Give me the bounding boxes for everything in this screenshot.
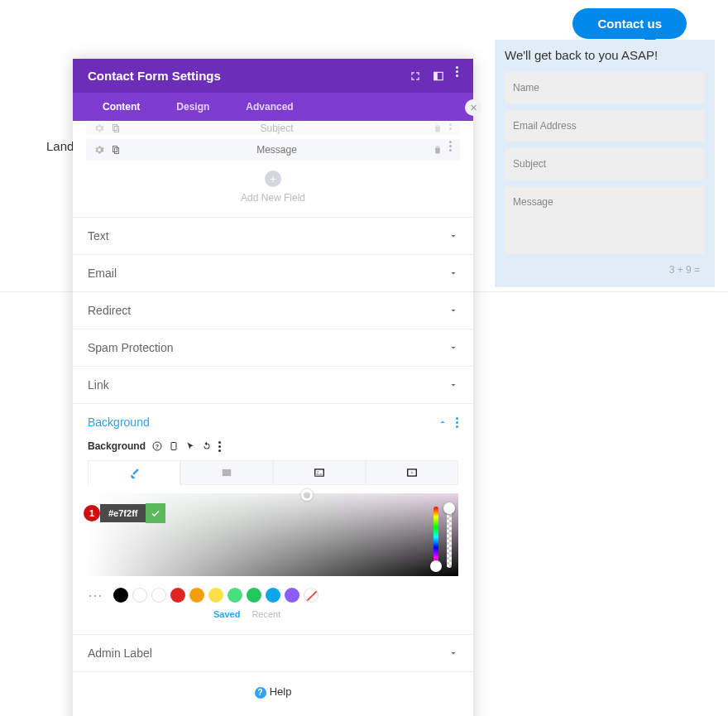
color-swatch[interactable] [266, 588, 280, 603]
help-icon: ? [255, 687, 266, 699]
swatch-row: ⋯ [88, 588, 458, 603]
settings-modal: Contact Form Settings Content Design Adv… [73, 59, 473, 716]
hex-chip: 1 #e7f2ff [84, 503, 165, 523]
bg-tab-image[interactable] [273, 460, 366, 485]
modal-tabs: Content Design Advanced ✕ [73, 93, 473, 121]
panel-icon[interactable] [433, 70, 444, 82]
color-swatch[interactable] [132, 588, 147, 603]
paint-icon [128, 468, 140, 479]
color-swatch[interactable] [113, 588, 128, 603]
add-field: + Add New Field [86, 166, 460, 212]
bg-label: Background [88, 440, 146, 452]
preview-subject-field[interactable]: Subject [505, 148, 705, 180]
copy-icon[interactable] [111, 123, 121, 133]
section-text[interactable]: Text [73, 218, 473, 255]
gear-icon[interactable] [94, 145, 104, 155]
row-more-icon[interactable] [449, 123, 452, 126]
undo-icon[interactable] [202, 441, 212, 451]
gear-icon[interactable] [94, 123, 104, 133]
copy-icon[interactable] [111, 145, 121, 155]
alpha-slider[interactable] [447, 507, 452, 568]
swatch-menu-icon[interactable]: ⋯ [88, 589, 104, 601]
color-swatch[interactable] [247, 588, 261, 603]
callout-badge: 1 [84, 505, 100, 521]
picker-cursor[interactable] [301, 489, 313, 501]
help-icon[interactable]: ? [152, 441, 162, 451]
trash-icon[interactable] [433, 123, 443, 133]
gradient-icon [221, 467, 232, 478]
tab-advanced[interactable]: Advanced [228, 93, 311, 121]
preview-email-field[interactable]: Email Address [505, 110, 705, 142]
color-swatch[interactable] [304, 588, 318, 603]
row-more-icon[interactable] [449, 145, 452, 147]
svg-text:?: ? [156, 444, 159, 449]
more-icon[interactable] [456, 70, 458, 73]
svg-rect-8 [171, 443, 176, 450]
preview-message-field[interactable]: Message [505, 186, 705, 254]
preview-heading: We'll get back to you ASAP! [505, 48, 705, 62]
hex-input[interactable]: #e7f2ff [100, 504, 146, 522]
color-swatch[interactable] [170, 588, 185, 603]
field-list: Subject Message + Add New Field [73, 121, 473, 218]
image-icon [314, 467, 325, 478]
chevron-down-icon [448, 268, 458, 278]
background-panel: Background ? [73, 440, 473, 635]
add-field-label: Add New Field [86, 192, 460, 204]
section-background[interactable]: Background [73, 404, 473, 440]
color-swatch[interactable] [285, 588, 299, 603]
alpha-thumb[interactable] [443, 502, 455, 514]
bg-tab-gradient[interactable] [180, 460, 273, 485]
bg-more-icon[interactable] [218, 445, 221, 448]
modal-header: Contact Form Settings [73, 59, 473, 93]
section-email[interactable]: Email [73, 255, 473, 292]
form-preview: We'll get back to you ASAP! Name Email A… [495, 40, 715, 287]
field-row-label: Subject [121, 123, 433, 134]
svg-point-11 [317, 471, 318, 473]
field-row-subject[interactable]: Subject [86, 123, 460, 134]
chevron-up-icon [438, 417, 448, 427]
chevron-down-icon [448, 380, 458, 390]
hex-confirm-button[interactable] [146, 503, 165, 523]
tab-content[interactable]: Content [84, 93, 158, 121]
color-swatch[interactable] [151, 588, 166, 603]
preview-name-field[interactable]: Name [505, 72, 705, 103]
video-icon [406, 467, 418, 478]
cursor-icon[interactable] [185, 441, 195, 451]
tablet-icon[interactable] [169, 441, 179, 451]
chevron-down-icon [448, 343, 458, 353]
modal-title: Contact Form Settings [88, 69, 221, 83]
bg-tab-video[interactable] [366, 460, 458, 485]
chevron-down-icon [448, 305, 458, 315]
section-redirect[interactable]: Redirect [73, 292, 473, 329]
section-spam[interactable]: Spam Protection [73, 329, 473, 367]
add-field-button[interactable]: + [265, 171, 281, 187]
swatch-saved-tab[interactable]: Saved [213, 609, 240, 619]
tab-design[interactable]: Design [158, 93, 228, 121]
section-admin-label[interactable]: Admin Label [73, 635, 473, 672]
swatch-recent-tab[interactable]: Recent [251, 609, 280, 619]
expand-icon[interactable] [410, 70, 421, 82]
hue-thumb[interactable] [430, 560, 442, 572]
trash-icon[interactable] [433, 145, 443, 155]
section-link[interactable]: Link [73, 367, 473, 404]
svg-rect-1 [434, 72, 438, 79]
color-swatch[interactable] [228, 588, 242, 603]
contact-us-button[interactable]: Contact us [572, 8, 687, 39]
chevron-down-icon [448, 648, 458, 658]
close-icon[interactable]: ✕ [465, 99, 481, 116]
field-row-message[interactable]: Message [86, 139, 460, 161]
section-more-icon[interactable] [456, 421, 458, 424]
chevron-down-icon [448, 231, 458, 241]
color-swatch[interactable] [208, 588, 223, 603]
check-icon [151, 508, 160, 518]
svg-rect-9 [223, 469, 232, 476]
help-row[interactable]: ?Help [73, 672, 473, 716]
hue-slider[interactable] [433, 507, 438, 568]
color-swatch[interactable] [189, 588, 204, 603]
bg-tab-color[interactable] [88, 460, 180, 485]
field-row-label: Message [121, 144, 433, 156]
preview-captcha: 3 + 9 = [505, 261, 705, 276]
